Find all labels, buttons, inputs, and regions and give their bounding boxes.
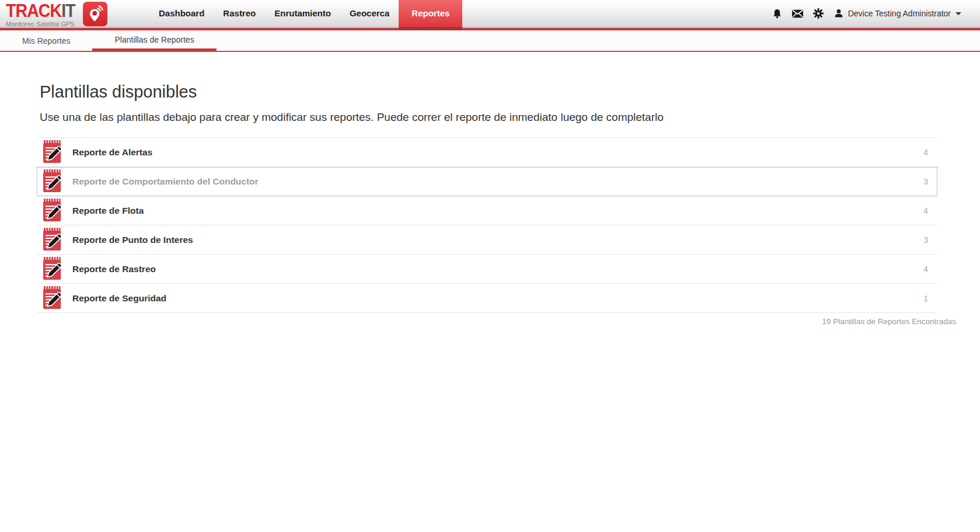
template-list: Reporte de Alertas 4: [37, 137, 937, 313]
topbar-right-controls: Device Testing Administrator: [772, 0, 961, 27]
brand-text: TRACKIT Monitoreo Satelital GPS: [6, 1, 81, 27]
report-template-icon: [43, 169, 65, 193]
main-nav: Dashboard Rastreo Enrutamiento Geocerca …: [149, 0, 462, 30]
template-name: Reporte de Seguridad: [72, 293, 166, 304]
topbar-red-border: [0, 27, 980, 30]
template-row-punto-de-interes[interactable]: Reporte de Punto de Interes 3: [37, 225, 937, 255]
brand-wordmark: TRACKIT: [6, 2, 75, 20]
brand-logo[interactable]: TRACKIT Monitoreo Satelital GPS: [6, 1, 107, 28]
nav-item-label: Geocerca: [350, 0, 389, 27]
template-row-comportamiento-conductor[interactable]: Reporte de Comportamiento del Conductor …: [37, 167, 937, 196]
nav-item-reportes[interactable]: Reportes: [399, 0, 462, 30]
template-count: 3: [923, 225, 928, 255]
mail-icon[interactable]: [792, 8, 804, 19]
template-count: 4: [923, 138, 928, 167]
nav-item-label: Reportes: [411, 0, 449, 27]
nav-item-label: Rastreo: [223, 0, 256, 27]
location-pin-icon: [83, 2, 107, 26]
brand-name-it: IT: [61, 1, 75, 21]
nav-item-dashboard[interactable]: Dashboard: [149, 0, 214, 30]
report-template-icon: [43, 199, 65, 222]
brand-name-track: TRACK: [6, 1, 61, 21]
user-icon: [833, 8, 845, 19]
report-template-icon: [43, 228, 65, 252]
template-name: Reporte de Comportamiento del Conductor: [72, 176, 259, 187]
template-name: Reporte de Punto de Interes: [72, 235, 193, 245]
subtab-label: Plantillas de Reportes: [114, 35, 194, 44]
nav-item-rastreo[interactable]: Rastreo: [214, 0, 265, 30]
template-row-alertas[interactable]: Reporte de Alertas 4: [37, 138, 937, 167]
main-content: Plantillas disponibles Use una de las pl…: [0, 82, 980, 326]
template-count: 4: [923, 196, 928, 225]
subtab-label: Mis Reportes: [22, 36, 70, 46]
bell-icon[interactable]: [772, 8, 783, 19]
page-subtitle: Use una de las plantillas debajo para cr…: [40, 111, 980, 124]
page-title: Plantillas disponibles: [40, 82, 980, 102]
report-template-icon: [43, 257, 65, 281]
report-template-icon: [43, 140, 65, 164]
nav-item-geocerca[interactable]: Geocerca: [340, 0, 399, 30]
template-name: Reporte de Rastreo: [72, 264, 156, 274]
template-row-flota[interactable]: Reporte de Flota 4: [37, 196, 937, 225]
gear-icon[interactable]: [812, 8, 824, 19]
tab-mis-reportes[interactable]: Mis Reportes: [0, 30, 92, 51]
template-row-rastreo[interactable]: Reporte de Rastreo 4: [37, 255, 937, 284]
nav-item-label: Enrutamiento: [274, 0, 331, 27]
template-name: Reporte de Alertas: [72, 147, 152, 158]
template-name: Reporte de Flota: [72, 206, 144, 216]
template-count: 3: [923, 167, 928, 196]
nav-item-enrutamiento[interactable]: Enrutamiento: [265, 0, 340, 30]
caret-down-icon: [955, 12, 961, 15]
template-count: 4: [923, 255, 928, 284]
templates-found-summary: 19 Plantillas de Reportes Encontradas: [37, 317, 956, 326]
top-navigation-bar: TRACKIT Monitoreo Satelital GPS Dashboar…: [0, 0, 980, 30]
template-count: 1: [923, 284, 928, 313]
tab-plantillas-de-reportes[interactable]: Plantillas de Reportes: [92, 30, 216, 51]
reports-subtabs: Mis Reportes Plantillas de Reportes: [0, 30, 980, 52]
template-row-seguridad[interactable]: Reporte de Seguridad 1: [37, 284, 937, 313]
report-template-icon: [43, 286, 65, 310]
user-menu[interactable]: Device Testing Administrator: [833, 8, 961, 19]
nav-item-label: Dashboard: [159, 0, 204, 27]
brand-tagline: Monitoreo Satelital GPS: [6, 20, 74, 27]
user-name: Device Testing Administrator: [848, 9, 951, 18]
